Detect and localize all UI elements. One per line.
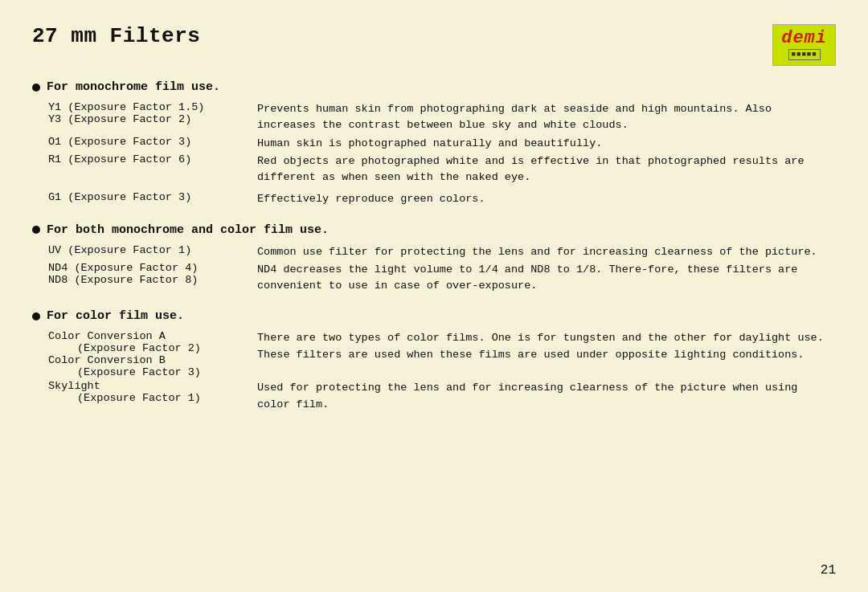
page-title: 27 mm Filters <box>32 24 200 48</box>
filter-row: O1 (Exposure Factor 3) Human skin is pho… <box>32 135 836 153</box>
filter-desc: Used for protecting the lens and for inc… <box>257 379 836 414</box>
section-header-monochrome: For monochrome film use. <box>32 80 836 94</box>
page-number: 21 <box>821 563 836 578</box>
filter-row: R1 (Exposure Factor 6) Red objects are p… <box>32 153 836 187</box>
logo-text: demi <box>781 30 827 47</box>
section-both: For both monochrome and color film use. … <box>32 223 836 296</box>
filter-desc: ND4 decreases the light volume to 1/4 an… <box>257 261 836 296</box>
filter-desc: Common use filter for protecting the len… <box>257 243 836 261</box>
filter-label: Y1 (Exposure Factor 1.5) Y3 (Exposure Fa… <box>32 100 257 135</box>
logo-subtext: ■■■■■ <box>788 49 821 60</box>
filter-row: ND4 (Exposure Factor 4) ND8 (Exposure Fa… <box>32 261 836 296</box>
filter-label: R1 (Exposure Factor 6) <box>32 153 257 187</box>
filter-desc: Human skin is photographed naturally and… <box>257 135 836 153</box>
filter-row: Y1 (Exposure Factor 1.5) Y3 (Exposure Fa… <box>32 100 836 135</box>
filter-desc: Effectively reproduce green colors. <box>257 186 836 208</box>
logo: demi ■■■■■ <box>772 24 836 66</box>
filter-row: G1 (Exposure Factor 3) Effectively repro… <box>32 186 836 208</box>
filter-row: Skylight (Exposure Factor 1) Used for pr… <box>32 379 836 414</box>
filter-table-monochrome: Y1 (Exposure Factor 1.5) Y3 (Exposure Fa… <box>32 100 836 209</box>
filter-label: UV (Exposure Factor 1) <box>32 243 257 261</box>
bullet-icon <box>32 226 40 234</box>
filter-row: UV (Exposure Factor 1) Common use filter… <box>32 243 836 261</box>
filter-label: Color Conversion A (Exposure Factor 2) C… <box>32 329 257 379</box>
section-header-both: For both monochrome and color film use. <box>32 223 836 237</box>
filter-table-both: UV (Exposure Factor 1) Common use filter… <box>32 243 836 296</box>
filter-label: O1 (Exposure Factor 3) <box>32 135 257 153</box>
filter-table-color: Color Conversion A (Exposure Factor 2) C… <box>32 329 836 414</box>
section-color: For color film use. Color Conversion A (… <box>32 309 836 414</box>
page: 27 mm Filters demi ■■■■■ For monochrome … <box>0 0 868 592</box>
bullet-icon <box>32 312 40 320</box>
filter-desc: There are two types of color films. One … <box>257 329 836 379</box>
filter-row: Color Conversion A (Exposure Factor 2) C… <box>32 329 836 379</box>
section-header-color: For color film use. <box>32 309 836 323</box>
header: 27 mm Filters demi ■■■■■ <box>32 24 836 66</box>
filter-label: ND4 (Exposure Factor 4) ND8 (Exposure Fa… <box>32 261 257 296</box>
bullet-icon <box>32 84 40 92</box>
filter-desc: Prevents human skin from photographing d… <box>257 100 836 135</box>
section-monochrome: For monochrome film use. Y1 (Exposure Fa… <box>32 80 836 209</box>
filter-label: G1 (Exposure Factor 3) <box>32 186 257 208</box>
filter-label: Skylight (Exposure Factor 1) <box>32 379 257 414</box>
filter-desc: Red objects are photographed white and i… <box>257 153 836 187</box>
